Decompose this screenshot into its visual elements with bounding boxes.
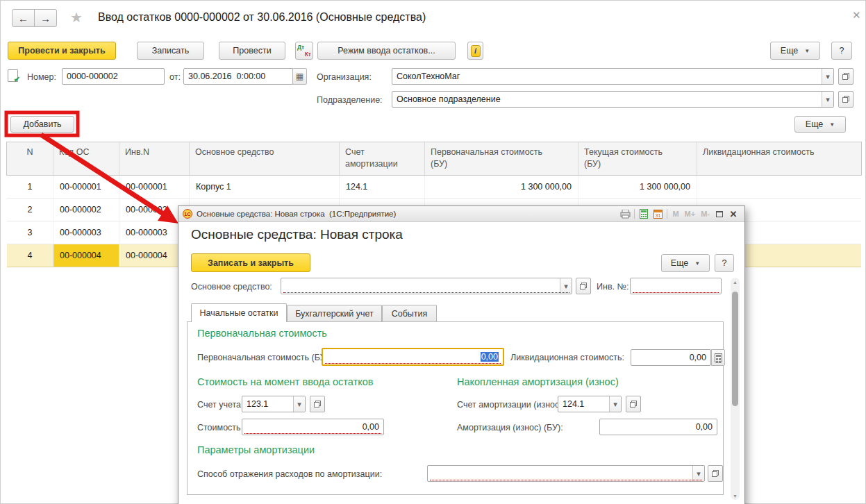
scroll-up-icon[interactable] <box>731 278 740 286</box>
column-header[interactable]: Текущая стоимость (БУ) <box>578 142 697 175</box>
write-and-close-button[interactable]: Записать и закрыть <box>191 253 310 272</box>
post-and-close-button[interactable]: Провести и закрыть <box>8 42 116 60</box>
liquidation-calc-button[interactable] <box>711 349 725 366</box>
number-label: Номер: <box>27 72 56 82</box>
tab-events[interactable]: События <box>382 305 437 322</box>
cell-n[interactable]: 1 <box>7 176 53 198</box>
column-header[interactable]: Первоначальная стоимость (БУ) <box>425 142 578 175</box>
more-button-table[interactable]: Еще <box>794 116 846 133</box>
organization-value: СоколТехноМаг <box>397 72 818 81</box>
close-icon: ✕ <box>730 210 738 219</box>
liquidation-input[interactable]: 0,00 <box>631 349 711 366</box>
asset-open-button[interactable] <box>576 278 591 294</box>
back-button[interactable]: ← <box>12 9 35 27</box>
organization-combobox[interactable]: СоколТехноМаг <box>392 68 834 85</box>
calendar-31-icon: 31 <box>653 210 663 219</box>
department-combobox[interactable]: Основное подразделение <box>392 91 834 108</box>
amort-input[interactable]: 0,00 <box>599 419 717 435</box>
column-header[interactable]: Инв.N <box>119 142 190 175</box>
open-link-icon <box>580 283 587 289</box>
forward-button[interactable]: → <box>34 9 57 27</box>
favorite-star-icon[interactable]: ★ <box>70 9 83 26</box>
table-row[interactable]: 1 00-000001 00-000001 Корпус 1 124.1 1 3… <box>7 176 861 199</box>
method-open-button[interactable] <box>708 465 723 482</box>
new-row-dialog: 1С Основные средства: Новая строка (1С:П… <box>178 205 745 504</box>
account-open-button[interactable] <box>310 396 325 412</box>
tab-accounting[interactable]: Бухгалтерский учет <box>287 305 382 322</box>
cell-current-cost[interactable]: 1 300 000,00 <box>578 176 697 198</box>
cell-code[interactable]: 00-000001 <box>53 176 119 198</box>
dropdown-icon[interactable] <box>692 466 704 481</box>
calendar-button[interactable]: 31 <box>651 208 665 220</box>
column-header[interactable]: Счет амортизации <box>340 142 425 175</box>
more-button-main[interactable]: Еще <box>770 42 820 60</box>
section-initial-cost: Первоначальная стоимость <box>197 328 327 339</box>
dropdown-icon[interactable] <box>560 278 572 294</box>
cell-code-selected[interactable]: 00-000004 <box>53 244 119 267</box>
liquidation-label: Ликвидационная стоимость: <box>510 353 624 362</box>
memory-plus-button[interactable]: M+ <box>682 210 699 218</box>
svg-text:31: 31 <box>656 213 661 218</box>
department-open-button[interactable] <box>838 91 853 108</box>
number-input[interactable]: 0000-000002 <box>62 68 165 85</box>
add-row-button[interactable]: Добавить <box>10 116 74 133</box>
entry-mode-button[interactable]: Режим ввода остатков... <box>317 42 456 60</box>
more-button-dialog[interactable]: Еще <box>661 254 710 272</box>
dropdown-icon[interactable] <box>822 92 833 107</box>
dialog-close-button[interactable]: ✕ <box>726 208 740 220</box>
cell-code[interactable]: 00-000002 <box>53 199 119 221</box>
close-icon[interactable]: ✕ <box>852 9 861 22</box>
debit-credit-icon: ДтКт <box>297 44 311 57</box>
cell-n[interactable]: 3 <box>7 221 53 244</box>
column-header[interactable]: Ликвидационная стоимость <box>697 142 861 175</box>
department-value: Основное подразделение <box>397 94 818 104</box>
more-button-label: Еще <box>806 119 823 129</box>
dropdown-icon[interactable] <box>293 396 305 412</box>
dropdown-icon[interactable] <box>822 69 833 84</box>
cell-inv[interactable]: 00-000001 <box>119 176 190 198</box>
cost-value: 0,00 <box>247 422 379 432</box>
memory-minus-button[interactable]: M- <box>698 210 713 218</box>
memory-button[interactable]: M <box>669 210 681 218</box>
column-header[interactable]: N <box>7 142 53 175</box>
initial-cost-input[interactable]: 0,00 <box>322 348 504 366</box>
scrollbar-thumb[interactable] <box>732 292 738 406</box>
cost-input[interactable]: 0,00 <box>242 419 384 435</box>
column-header[interactable]: Основное средство <box>190 142 340 175</box>
print-button[interactable] <box>618 208 632 220</box>
asset-combobox[interactable] <box>281 278 572 294</box>
initial-cost-label: Первоначальная стоимость (БУ): <box>197 353 331 362</box>
method-combobox[interactable] <box>427 465 705 482</box>
amort-account-combobox[interactable]: 124.1 <box>558 396 622 412</box>
write-button[interactable]: Записать <box>137 42 204 60</box>
help-button-main[interactable]: ? <box>831 42 852 60</box>
scroll-down-icon[interactable] <box>731 492 740 500</box>
date-input[interactable]: 30.06.2016 0:00:00 <box>183 68 293 85</box>
cell-n[interactable]: 4 <box>7 244 53 267</box>
inv-number-label: Инв. №: <box>597 282 628 292</box>
amort-value: 0,00 <box>604 422 713 432</box>
inv-number-input[interactable] <box>630 278 722 294</box>
amort-account-open-button[interactable] <box>626 396 641 412</box>
help-button-dialog[interactable]: ? <box>715 254 734 272</box>
post-button[interactable]: Провести <box>219 42 285 60</box>
column-header[interactable]: Код ОС <box>53 142 119 175</box>
cell-initial-cost[interactable]: 1 300 000,00 <box>425 176 578 198</box>
tab-initial-balances[interactable]: Начальные остатки <box>191 303 287 322</box>
organization-open-button[interactable] <box>838 68 853 85</box>
maximize-button[interactable] <box>713 208 726 220</box>
cell-asset[interactable]: Корпус 1 <box>190 176 340 198</box>
date-calendar-button[interactable] <box>292 68 307 85</box>
cell-account[interactable]: 124.1 <box>340 176 425 198</box>
calculator-button[interactable] <box>637 208 651 220</box>
cell-liquidation[interactable] <box>697 176 861 198</box>
account-combobox[interactable]: 123.1 <box>242 396 306 412</box>
cell-code[interactable]: 00-000003 <box>53 221 119 244</box>
more-button-label: Еще <box>781 46 798 56</box>
dialog-titlebar[interactable]: 1С Основные средства: Новая строка (1С:П… <box>178 206 744 222</box>
dt-kt-button[interactable]: ДтКт <box>295 42 313 60</box>
dropdown-icon[interactable] <box>609 396 621 412</box>
info-button[interactable]: i <box>467 42 483 60</box>
dialog-scrollbar[interactable] <box>731 278 740 500</box>
cell-n[interactable]: 2 <box>7 199 53 221</box>
